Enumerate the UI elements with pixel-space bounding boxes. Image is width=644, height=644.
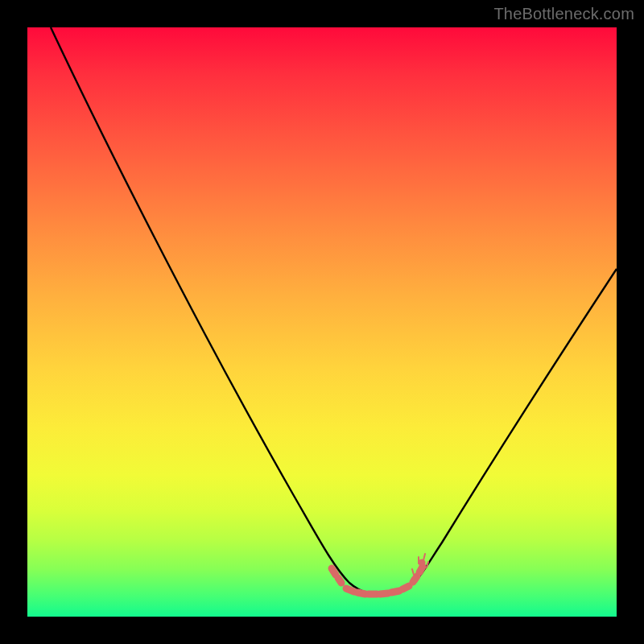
watermark-text: TheBottleneck.com — [493, 5, 634, 23]
plot-area — [27, 27, 617, 617]
svg-line-1 — [423, 554, 425, 560]
bottleneck-curve — [51, 27, 617, 595]
chart-frame: TheBottleneck.com — [0, 0, 644, 644]
curve-layer — [27, 27, 617, 617]
svg-line-3 — [427, 562, 428, 568]
svg-line-2 — [412, 569, 414, 575]
